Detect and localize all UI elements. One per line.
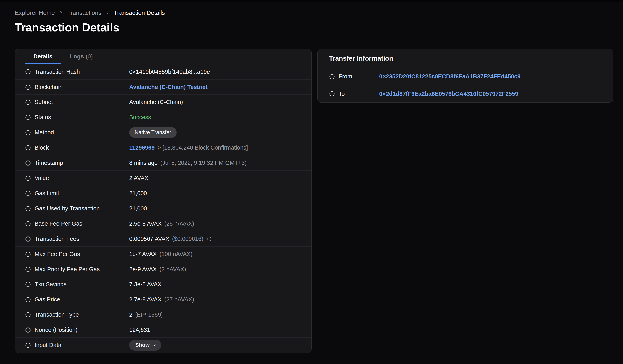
info-icon[interactable] xyxy=(25,236,31,242)
info-icon[interactable] xyxy=(25,115,31,121)
info-icon[interactable] xyxy=(25,327,31,333)
tab-details-label: Details xyxy=(33,53,52,60)
row-label: To xyxy=(339,91,345,97)
row-blockchain: BlockchainAvalanche (C-Chain) Testnet xyxy=(15,79,311,95)
chevron-down-icon xyxy=(152,343,156,347)
info-icon[interactable] xyxy=(25,69,31,75)
row-label: Timestamp xyxy=(35,160,63,166)
max-priority-fee-per-gas-value: 2e-9 AVAX xyxy=(129,266,157,272)
gas-limit-value: 21,000 xyxy=(129,190,147,197)
transaction-fees-secondary: ($0.009616) xyxy=(172,236,203,242)
info-icon[interactable] xyxy=(25,282,31,287)
row-transaction-type: Transaction Type2[EIP-1559] xyxy=(15,307,311,322)
info-icon[interactable] xyxy=(25,205,31,212)
info-icon[interactable] xyxy=(25,175,31,181)
row-label: Max Priority Fee Per Gas xyxy=(35,266,100,272)
row-label: Status xyxy=(35,114,51,121)
max-fee-per-gas-value: 1e-7 AVAX xyxy=(129,251,157,257)
row-status: StatusSuccess xyxy=(15,110,311,125)
max-priority-fee-per-gas-secondary: (2 nAVAX) xyxy=(159,266,186,272)
row-max-fee-per-gas: Max Fee Per Gas1e-7 AVAX(100 nAVAX) xyxy=(15,246,311,262)
show-button-label: Show xyxy=(135,342,150,348)
tab-logs-count: (0) xyxy=(86,53,92,60)
block-value[interactable]: 11296969 xyxy=(129,144,155,151)
row-label: Block xyxy=(35,144,49,151)
timestamp-value: 8 mins ago xyxy=(129,160,157,166)
row-base-fee-per-gas: Base Fee Per Gas2.5e-8 AVAX(25 nAVAX) xyxy=(15,216,311,231)
gas-price-secondary: (27 nAVAX) xyxy=(164,296,194,303)
max-fee-per-gas-secondary: (100 nAVAX) xyxy=(159,251,193,257)
row-label: Txn Savings xyxy=(35,281,67,288)
tab-logs[interactable]: Logs (0) xyxy=(61,49,102,64)
row-label: Gas Used by Transaction xyxy=(35,205,100,212)
breadcrumb: Explorer Home Transactions Transaction D… xyxy=(15,8,613,17)
info-icon[interactable] xyxy=(206,236,212,242)
info-icon[interactable] xyxy=(25,221,31,227)
value-value: 2 AVAX xyxy=(129,175,148,182)
top-strip xyxy=(0,0,623,2)
info-icon[interactable] xyxy=(329,91,335,97)
breadcrumb-transactions[interactable]: Transactions xyxy=(67,9,101,16)
row-transaction-hash: Transaction Hash0×1419b04559bf140ab8...a… xyxy=(15,64,311,79)
info-icon[interactable] xyxy=(25,190,31,196)
row-label: Value xyxy=(35,175,49,182)
row-label: Transaction Type xyxy=(35,311,79,318)
transaction-details-page: Explorer Home Transactions Transaction D… xyxy=(0,2,623,353)
row-label: Gas Limit xyxy=(35,190,59,197)
nonce-position-value: 124,631 xyxy=(129,327,150,333)
info-icon[interactable] xyxy=(25,130,31,136)
to-value[interactable]: 0×2d1d87fF3Ea2ba6E0576bCA4310fC057972F25… xyxy=(379,91,518,97)
chevron-right-icon xyxy=(105,11,110,15)
row-label: Base Fee Per Gas xyxy=(35,220,82,227)
row-gas-limit: Gas Limit21,000 xyxy=(15,186,311,201)
method-value: Native Transfer xyxy=(129,127,177,138)
row-value: Value2 AVAX xyxy=(15,170,311,186)
transaction-type-secondary: [EIP-1559] xyxy=(135,311,162,318)
tab-logs-label: Logs xyxy=(70,53,84,60)
blockchain-value[interactable]: Avalanche (C-Chain) Testnet xyxy=(129,84,207,90)
info-icon[interactable] xyxy=(25,84,31,90)
breadcrumb-explorer-home[interactable]: Explorer Home xyxy=(15,9,55,16)
info-icon[interactable] xyxy=(329,74,335,80)
transaction-details-card: Details Logs (0) Transaction Hash0×1419b… xyxy=(15,49,312,353)
row-label: From xyxy=(339,73,352,80)
input-data-value[interactable]: Show xyxy=(129,340,161,351)
transaction-fees-value: 0.000567 AVAX xyxy=(129,236,169,242)
status-value: Success xyxy=(129,114,151,121)
info-icon[interactable] xyxy=(25,266,31,272)
row-label: Transaction Hash xyxy=(35,68,80,75)
row-label: Transaction Fees xyxy=(35,236,79,242)
info-icon[interactable] xyxy=(25,145,31,151)
info-icon[interactable] xyxy=(25,251,31,257)
row-max-priority-fee-per-gas: Max Priority Fee Per Gas2e-9 AVAX(2 nAVA… xyxy=(15,262,311,277)
row-gas-used-by-transaction: Gas Used by Transaction21,000 xyxy=(15,201,311,216)
row-label: Method xyxy=(35,129,54,136)
gas-price-value: 2.7e-8 AVAX xyxy=(129,296,161,303)
info-icon[interactable] xyxy=(25,160,31,166)
row-block: Block11296969> [18,304,240 Block Confirm… xyxy=(15,140,311,155)
gas-used-by-transaction-value: 21,000 xyxy=(129,205,147,212)
info-icon[interactable] xyxy=(25,99,31,105)
subnet-value: Avalanche (C-Chain) xyxy=(129,99,183,105)
chevron-right-icon xyxy=(59,11,63,15)
transaction-hash-value: 0×1419b04559bf140ab8...a19e xyxy=(129,68,210,75)
info-icon[interactable] xyxy=(25,297,31,303)
row-input-data: Input DataShow xyxy=(15,337,311,353)
breadcrumb-current: Transaction Details xyxy=(114,9,165,16)
from-value[interactable]: 0×2352D20fC81225c8ECD8f6FaA1B37F24FEd450… xyxy=(379,73,521,80)
base-fee-per-gas-secondary: (25 nAVAX) xyxy=(164,220,194,227)
tab-details[interactable]: Details xyxy=(24,49,61,64)
row-label: Blockchain xyxy=(35,84,63,90)
row-subnet: SubnetAvalanche (C-Chain) xyxy=(15,95,311,110)
info-icon[interactable] xyxy=(25,342,31,348)
row-timestamp: Timestamp8 mins ago(Jul 5, 2022, 9:19:32… xyxy=(15,155,311,170)
row-label: Subnet xyxy=(35,99,53,105)
transfer-rows: From0×2352D20fC81225c8ECD8f6FaA1B37F24FE… xyxy=(318,68,613,102)
info-icon[interactable] xyxy=(25,312,31,318)
row-nonce-position: Nonce (Position)124,631 xyxy=(15,322,311,337)
base-fee-per-gas-value: 2.5e-8 AVAX xyxy=(129,220,161,227)
details-tabbar: Details Logs (0) xyxy=(15,49,311,64)
row-method: MethodNative Transfer xyxy=(15,125,311,140)
row-label: Max Fee Per Gas xyxy=(35,251,80,257)
row-label: Input Data xyxy=(35,342,61,348)
